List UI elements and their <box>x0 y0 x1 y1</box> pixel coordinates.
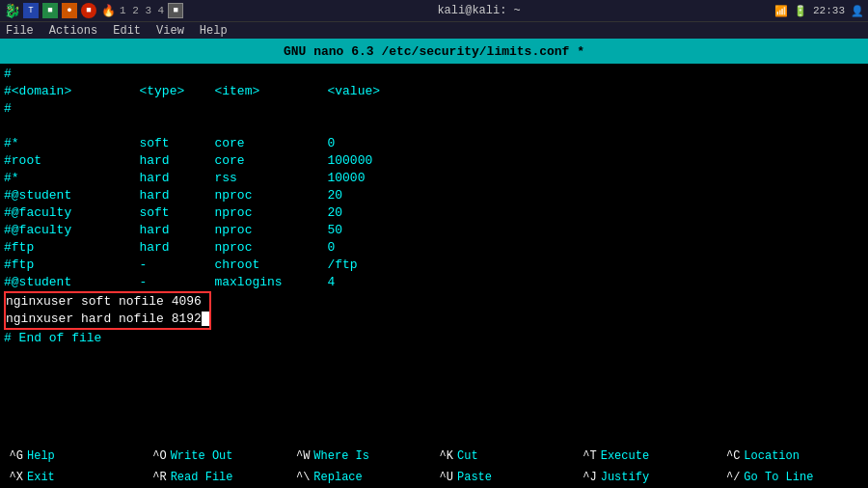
user-icon: 👤 <box>851 5 864 17</box>
shortcut-cut[interactable]: ^K Cut <box>434 446 578 467</box>
editor-line: #* hard rss 10000 <box>4 170 864 187</box>
shortcut-key-o: ^O <box>148 449 171 463</box>
editor-line: #ftp - chroot /ftp <box>4 257 864 274</box>
shortcut-label-exit: Exit <box>27 471 55 484</box>
shortcut-execute[interactable]: ^T Execute <box>578 446 721 467</box>
shortcut-label-justify: Justify <box>601 471 649 484</box>
shortcut-key-k: ^K <box>434 449 457 463</box>
shortcut-location[interactable]: ^C Location <box>720 446 864 467</box>
taskbar-center-text: kali@kali: ~ <box>437 4 520 17</box>
shortcut-key-backslash: ^\ <box>290 471 313 484</box>
shortcut-label-cut: Cut <box>457 449 478 463</box>
editor-line: #* soft core 0 <box>4 135 864 152</box>
task-icon-1[interactable]: T <box>23 3 39 18</box>
shortcut-key-w: ^W <box>290 449 313 463</box>
shortcut-exit[interactable]: ^X Exit <box>4 467 148 488</box>
editor-line: # <box>4 66 864 83</box>
shortcut-label-paste: Paste <box>457 471 492 484</box>
flame-icon: 🔥 <box>100 3 116 18</box>
task-icon-4[interactable]: ■ <box>81 3 96 18</box>
shortcut-readfile[interactable]: ^R Read File <box>148 467 291 488</box>
editor-line: # End of file <box>4 330 864 347</box>
menubar: File Actions Edit View Help <box>0 21 868 39</box>
shortcut-bar-row2: ^X Exit ^R Read File ^\ Replace ^U Paste… <box>0 467 868 488</box>
editor-line: #@faculty soft nproc 20 <box>4 204 864 222</box>
shortcut-label-writeout: Write Out <box>171 449 233 463</box>
shortcut-label-gotoline: Go To Line <box>744 471 813 484</box>
page-nums: 1 2 3 4 <box>120 5 164 16</box>
clock: 22:33 <box>813 5 845 16</box>
editor-line: #root hard core 100000 <box>4 152 864 170</box>
menu-file[interactable]: File <box>6 24 34 38</box>
shortcut-gotoline[interactable]: ^/ Go To Line <box>720 467 864 488</box>
editor-line: #ftp hard nproc 0 <box>4 239 864 257</box>
shortcut-replace[interactable]: ^\ Replace <box>290 467 434 488</box>
shortcut-key-r: ^R <box>148 471 171 484</box>
shortcut-writeout[interactable]: ^O Write Out <box>148 446 291 467</box>
shortcut-key-slash: ^/ <box>720 471 744 484</box>
shortcut-justify[interactable]: ^J Justify <box>578 467 721 488</box>
shortcut-label-readfile: Read File <box>171 471 233 484</box>
shortcut-label-help: Help <box>27 449 55 463</box>
editor-line: # <box>4 100 864 118</box>
task-icon-2[interactable]: ■ <box>42 3 58 18</box>
shortcut-key-j: ^J <box>578 471 601 484</box>
taskbar: 🐉 T ■ ● ■ 🔥 1 2 3 4 ■ kali@kali: ~ 📶 🔋 2… <box>0 0 868 21</box>
shortcut-bar-row1: ^G Help ^O Write Out ^W Where Is ^K Cut … <box>0 446 868 467</box>
shortcut-key-x: ^X <box>4 471 27 484</box>
battery-icon: 🔋 <box>794 5 807 17</box>
shortcut-label-replace: Replace <box>313 471 362 484</box>
shortcut-paste[interactable]: ^U Paste <box>434 467 578 488</box>
shortcut-key-t: ^T <box>578 449 601 463</box>
menu-actions[interactable]: Actions <box>49 24 97 38</box>
editor-line: #@student hard nproc 20 <box>4 187 864 204</box>
editor-line-selected: nginxuser soft nofile 4096 <box>6 293 209 311</box>
task-icon-3[interactable]: ● <box>62 3 77 18</box>
shortcut-key-g: ^G <box>4 449 27 463</box>
task-icon-5[interactable]: ■ <box>168 3 183 18</box>
shortcut-label-whereis: Where Is <box>313 449 369 463</box>
editor-line-selected: nginxuser hard nofile 8192 <box>6 311 209 328</box>
shortcut-key-u: ^U <box>434 471 457 484</box>
kali-icon: 🐉 <box>4 3 19 18</box>
menu-view[interactable]: View <box>156 24 184 38</box>
taskbar-right: 📶 🔋 22:33 👤 <box>774 5 864 17</box>
shortcut-label-execute: Execute <box>601 449 649 463</box>
shortcut-key-c: ^C <box>720 449 744 463</box>
menu-help[interactable]: Help <box>200 24 228 38</box>
editor-line: #@faculty hard nproc 50 <box>4 222 864 239</box>
selected-block: nginxuser soft nofile 4096 nginxuser har… <box>4 291 211 330</box>
menu-edit[interactable]: Edit <box>113 24 141 38</box>
shortcut-help[interactable]: ^G Help <box>4 446 148 467</box>
text-cursor <box>202 312 209 326</box>
taskbar-left: 🐉 T ■ ● ■ 🔥 1 2 3 4 ■ <box>4 3 183 18</box>
shortcut-label-location: Location <box>744 449 800 463</box>
editor-line: #<domain> <type> <item> <value> <box>4 83 864 100</box>
bottom-bars: ^G Help ^O Write Out ^W Where Is ^K Cut … <box>0 446 868 488</box>
shortcut-whereis[interactable]: ^W Where Is <box>290 446 434 467</box>
editor-line: #@student - maxlogins 4 <box>4 274 864 291</box>
editor-area[interactable]: # #<domain> <type> <item> <value> # #* s… <box>0 64 868 446</box>
editor-line <box>4 118 864 135</box>
network-icon: 📶 <box>774 5 788 17</box>
nano-titlebar: GNU nano 6.3 /etc/security/limits.conf * <box>0 39 868 64</box>
